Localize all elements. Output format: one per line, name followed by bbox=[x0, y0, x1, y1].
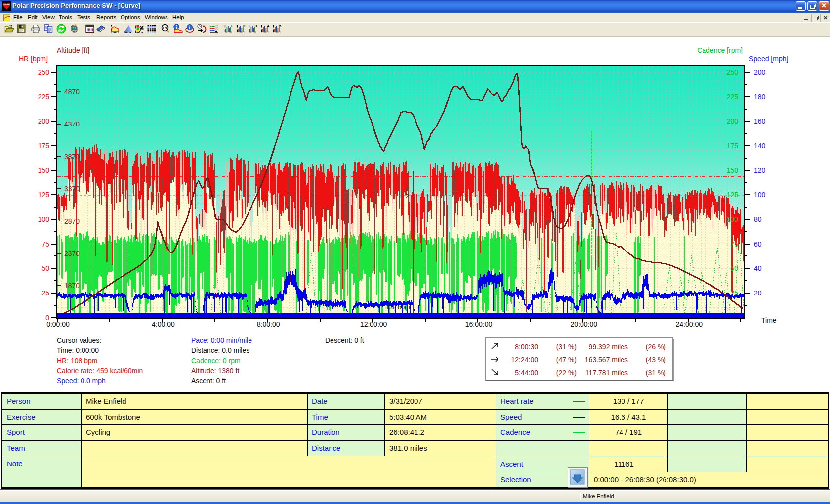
svg-text:225: 225 bbox=[38, 93, 50, 101]
svg-text:12:24:00: 12:24:00 bbox=[511, 356, 539, 364]
svg-text:99.392 miles: 99.392 miles bbox=[589, 343, 628, 351]
svg-text:Cursor values:: Cursor values: bbox=[57, 336, 101, 344]
svg-text:(47 %): (47 %) bbox=[556, 356, 577, 364]
svg-text:(31 %): (31 %) bbox=[556, 343, 577, 351]
svg-text:4870: 4870 bbox=[64, 88, 80, 96]
svg-text:80: 80 bbox=[754, 215, 762, 223]
svg-text:(26 %): (26 %) bbox=[646, 343, 666, 351]
svg-text:140: 140 bbox=[754, 142, 766, 150]
svg-text:100: 100 bbox=[38, 215, 50, 223]
svg-text:2370: 2370 bbox=[64, 250, 80, 257]
svg-text:2: 2 bbox=[406, 193, 409, 199]
svg-text:Altitude [ft]: Altitude [ft] bbox=[57, 46, 89, 54]
svg-text:1: 1 bbox=[231, 24, 233, 28]
svg-text:24:00:00: 24:00:00 bbox=[675, 320, 703, 328]
svg-text:175: 175 bbox=[727, 142, 739, 150]
svg-text:Time: 0:00:00: Time: 0:00:00 bbox=[57, 346, 99, 354]
svg-text:1870: 1870 bbox=[64, 282, 80, 290]
svg-text:2: 2 bbox=[243, 24, 246, 28]
svg-text:130 bpm: 130 bpm bbox=[386, 304, 410, 311]
svg-text:150: 150 bbox=[38, 167, 50, 174]
svg-text:163.567 miles: 163.567 miles bbox=[585, 356, 628, 364]
svg-text:200: 200 bbox=[38, 117, 50, 125]
svg-text:150: 150 bbox=[727, 167, 739, 174]
svg-text:4:00:00: 4:00:00 bbox=[152, 320, 175, 328]
svg-text:(31 %): (31 %) bbox=[646, 369, 666, 377]
svg-text:125: 125 bbox=[727, 191, 739, 199]
svg-text:Pace: 0:00 min/mile: Pace: 0:00 min/mile bbox=[191, 336, 252, 344]
svg-text:Time: Time bbox=[761, 316, 777, 324]
svg-text:(43 %): (43 %) bbox=[646, 356, 666, 364]
svg-text:75: 75 bbox=[42, 240, 49, 248]
svg-text:250: 250 bbox=[38, 68, 50, 76]
svg-text:0:00:00: 0:00:00 bbox=[46, 320, 70, 328]
svg-text:250: 250 bbox=[727, 68, 739, 76]
svg-text:50: 50 bbox=[42, 264, 49, 272]
svg-text:Altitude: 1380 ft: Altitude: 1380 ft bbox=[191, 367, 239, 375]
svg-text:4370: 4370 bbox=[64, 120, 80, 128]
svg-text:8:00:00: 8:00:00 bbox=[257, 320, 280, 328]
svg-text:180: 180 bbox=[754, 93, 766, 101]
svg-text:8:00:30: 8:00:30 bbox=[515, 343, 538, 351]
svg-text:5:44:00: 5:44:00 bbox=[515, 369, 538, 377]
svg-text:50: 50 bbox=[730, 264, 738, 272]
svg-text:Ascent: 0 ft: Ascent: 0 ft bbox=[191, 377, 226, 385]
svg-text:25: 25 bbox=[42, 289, 49, 297]
svg-text:(22 %): (22 %) bbox=[556, 369, 577, 377]
svg-text:25: 25 bbox=[730, 289, 738, 297]
svg-text:20: 20 bbox=[754, 289, 762, 297]
svg-text:200: 200 bbox=[754, 68, 766, 76]
svg-text:Cadence: 0 rpm: Cadence: 0 rpm bbox=[191, 357, 241, 365]
svg-text:125: 125 bbox=[38, 191, 50, 199]
svg-text:100: 100 bbox=[754, 191, 766, 199]
svg-text:4: 4 bbox=[267, 24, 270, 28]
svg-text:100: 100 bbox=[727, 215, 739, 223]
svg-text:Speed [mph]: Speed [mph] bbox=[749, 55, 788, 63]
svg-text:1:1: 1:1 bbox=[163, 26, 168, 30]
svg-text:Speed: 0.0 mph: Speed: 0.0 mph bbox=[57, 377, 106, 385]
svg-text:3370: 3370 bbox=[64, 185, 80, 193]
svg-text:Descent: 0 ft: Descent: 0 ft bbox=[325, 336, 364, 344]
svg-text:Calorie rate: 459 kcal/60min: Calorie rate: 459 kcal/60min bbox=[57, 367, 143, 375]
svg-text:HR: 108 bpm: HR: 108 bpm bbox=[57, 357, 97, 365]
svg-text:120: 120 bbox=[754, 167, 766, 174]
svg-text:175: 175 bbox=[38, 142, 50, 150]
svg-text:3870: 3870 bbox=[64, 153, 80, 161]
svg-text:12:00:00: 12:00:00 bbox=[360, 320, 387, 328]
svg-text:20:00:00: 20:00:00 bbox=[571, 320, 598, 328]
svg-text:75: 75 bbox=[730, 240, 738, 248]
svg-text:5: 5 bbox=[279, 24, 282, 28]
svg-text:Distance: 0.0 miles: Distance: 0.0 miles bbox=[191, 346, 249, 354]
svg-text:3: 3 bbox=[255, 24, 257, 28]
svg-text:2870: 2870 bbox=[64, 217, 80, 225]
svg-text:40: 40 bbox=[754, 264, 762, 272]
svg-text:225: 225 bbox=[727, 93, 739, 101]
svg-text:60: 60 bbox=[754, 240, 762, 248]
svg-text:117.781 miles: 117.781 miles bbox=[585, 369, 628, 377]
svg-text:16:00:00: 16:00:00 bbox=[465, 320, 493, 328]
svg-text:160: 160 bbox=[754, 117, 766, 125]
svg-text:200: 200 bbox=[727, 117, 739, 125]
svg-text:Cadence [rpm]: Cadence [rpm] bbox=[697, 46, 743, 54]
svg-text:HR [bpm]: HR [bpm] bbox=[19, 55, 48, 63]
